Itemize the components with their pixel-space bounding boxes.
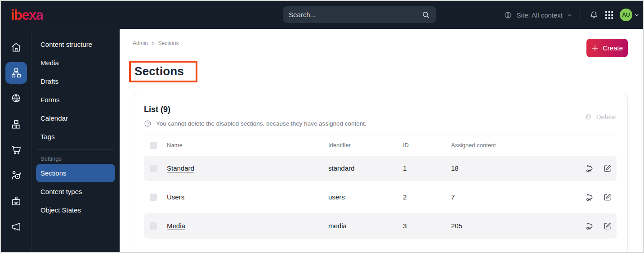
rail-product-catalog-icon[interactable] (5, 113, 27, 135)
avatar[interactable]: AU (620, 9, 632, 21)
row-checkbox[interactable] (150, 165, 157, 172)
globe-icon (504, 11, 512, 19)
app-window: ibexa Site: All context (0, 0, 644, 253)
edit-icon[interactable] (603, 193, 612, 202)
topbar-divider (581, 9, 581, 21)
top-bar: ibexa Site: All context (1, 1, 643, 29)
row-checkbox[interactable] (150, 194, 157, 201)
trash-icon (585, 113, 592, 121)
column-header-name: Name (167, 142, 328, 149)
chevron-down-icon (567, 12, 572, 18)
menu-item-calendar[interactable]: Calendar (36, 109, 115, 127)
user-chevron-down-icon (634, 12, 640, 18)
assign-content-icon[interactable] (586, 164, 595, 173)
menu-item-forms[interactable]: Forms (36, 90, 115, 109)
rail-site-icon[interactable] (5, 88, 27, 109)
notifications-bell-icon[interactable] (589, 10, 599, 20)
section-id: 2 (403, 193, 451, 201)
main-content: Admin > Sections Create Sections (120, 29, 643, 252)
rail-personalization-icon[interactable] (5, 165, 27, 186)
list-hint: ? You cannot delete the disabled section… (144, 120, 617, 127)
section-identifier: media (328, 222, 403, 230)
section-name-link[interactable]: Media (167, 222, 185, 230)
section-assigned-count: 7 (451, 193, 573, 201)
menu-item-media[interactable]: Media (36, 54, 115, 72)
breadcrumb: Admin > Sections (133, 40, 179, 46)
row-checkbox[interactable] (150, 222, 157, 230)
table-row: Standard standard 1 18 (144, 156, 617, 181)
rail-marketing-megaphone-icon[interactable] (5, 216, 27, 238)
table-row: Users users 2 7 (144, 185, 617, 210)
settings-section-label: Settings (36, 150, 115, 164)
create-button-label: Create (603, 44, 623, 52)
column-header-identifier: Identifier (328, 142, 403, 149)
section-assigned-count: 18 (451, 164, 573, 172)
section-id: 1 (403, 164, 451, 172)
page-title: Sections (134, 65, 184, 78)
topbar-actions: Site: All context AU (504, 1, 640, 29)
edit-icon[interactable] (603, 164, 612, 173)
assign-content-icon[interactable] (586, 221, 595, 230)
menu-item-drafts[interactable]: Drafts (36, 72, 115, 90)
sidebar-menu: Content structure Media Drafts Forms Cal… (31, 29, 120, 252)
rail-home-icon[interactable] (5, 36, 27, 58)
menu-item-sections[interactable]: Sections (36, 164, 115, 182)
rail-content-structure-icon[interactable] (5, 62, 27, 84)
delete-button-label: Delete (596, 113, 616, 121)
section-identifier: users (328, 193, 403, 201)
section-name-link[interactable]: Users (167, 193, 184, 201)
list-hint-text: You cannot delete the disabled sections,… (156, 120, 367, 127)
breadcrumb-current: Sections (158, 40, 179, 46)
column-header-assigned-content: Assigned content (451, 142, 573, 149)
delete-button[interactable]: Delete (585, 113, 616, 121)
user-menu[interactable]: AU (620, 9, 640, 21)
rail-commerce-cart-icon[interactable] (5, 139, 27, 161)
assign-content-icon[interactable] (586, 193, 595, 202)
site-context-dropdown[interactable]: Site: All context (504, 11, 572, 19)
rail-corporate-badge-icon[interactable] (5, 190, 27, 212)
section-identifier: standard (328, 164, 403, 172)
sections-list-card: List (9) ? You cannot delete the disable… (133, 93, 628, 252)
global-search[interactable] (283, 6, 436, 23)
search-icon[interactable] (421, 10, 430, 19)
menu-item-tags[interactable]: Tags (36, 127, 115, 146)
table-row: Media media 3 205 (144, 213, 617, 239)
ibexa-logo[interactable]: ibexa (11, 8, 43, 22)
breadcrumb-admin[interactable]: Admin (133, 40, 148, 46)
table-header: Name Identifier ID Assigned content (144, 135, 617, 156)
annotation-highlight-box: Sections (129, 61, 197, 82)
menu-item-object-states[interactable]: Object States (36, 201, 115, 219)
menu-item-content-types[interactable]: Content types (36, 182, 115, 201)
search-input[interactable] (289, 11, 421, 18)
create-button[interactable]: Create (586, 39, 628, 57)
icon-rail (1, 29, 31, 252)
plus-icon (591, 45, 599, 52)
column-header-id: ID (403, 142, 451, 149)
section-id: 3 (403, 222, 451, 230)
app-grid-icon[interactable] (605, 11, 613, 19)
section-assigned-count: 205 (451, 222, 573, 230)
section-name-link[interactable]: Standard (167, 164, 194, 172)
list-title: List (9) (144, 105, 617, 114)
select-all-checkbox[interactable] (150, 142, 157, 149)
edit-icon[interactable] (603, 221, 612, 230)
help-circle-icon: ? (144, 120, 152, 127)
menu-item-content-structure[interactable]: Content structure (36, 35, 115, 54)
breadcrumb-separator-icon: > (152, 41, 154, 46)
site-context-label: Site: All context (516, 11, 563, 19)
svg-text:?: ? (147, 121, 149, 126)
